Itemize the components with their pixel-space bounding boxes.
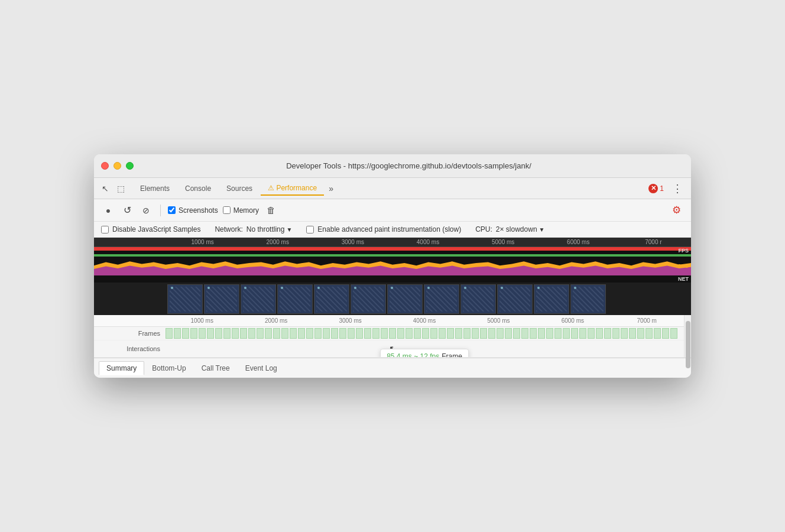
tab-bar-right: ✕ 1 ⋮ xyxy=(648,181,686,196)
settings-button[interactable]: ⚙ xyxy=(669,203,684,218)
tab-summary[interactable]: Summary xyxy=(99,361,144,375)
tab-bar-icons: ↖ ⬚ xyxy=(99,182,127,195)
frame-cell xyxy=(505,328,512,339)
network-arrow-icon: ▼ xyxy=(286,226,292,233)
main-ruler-7: 7000 m xyxy=(610,316,684,325)
maximize-button[interactable] xyxy=(126,162,134,170)
cpu-throttling-select[interactable]: CPU: 2× slowdown ▼ xyxy=(475,225,544,233)
main-ruler-5: 5000 ms xyxy=(462,316,536,325)
frame-cell xyxy=(182,328,189,339)
frame-cell xyxy=(670,328,677,339)
frame-cell xyxy=(306,328,313,339)
disable-js-samples-option[interactable]: Disable JavaScript Samples xyxy=(101,225,200,233)
network-throttling-select[interactable]: Network: No throttling ▼ xyxy=(215,225,292,233)
frame-cell xyxy=(174,328,181,339)
error-count: 1 xyxy=(660,184,664,193)
inspect-icon[interactable]: ⬚ xyxy=(114,182,127,195)
frame-cell xyxy=(546,328,553,339)
frame-cell xyxy=(389,328,396,339)
frame-cell xyxy=(497,328,504,339)
frame-cell xyxy=(571,328,578,339)
clear-button[interactable]: ⊘ xyxy=(139,203,153,218)
tab-console[interactable]: Console xyxy=(178,182,218,195)
frame-cell xyxy=(447,328,454,339)
screenshots-label: Screenshots xyxy=(179,206,218,215)
minimize-button[interactable] xyxy=(113,162,121,170)
network-value[interactable]: No throttling ▼ xyxy=(246,225,293,233)
frame-cell xyxy=(290,328,297,339)
scrollbar-track[interactable] xyxy=(684,315,691,358)
frame-cell xyxy=(554,328,562,339)
frame-cell xyxy=(654,328,661,339)
tooltip-label: Frame xyxy=(442,352,462,357)
frame-cell xyxy=(381,328,388,339)
trash-button[interactable]: 🗑 xyxy=(264,203,278,218)
frame-cell xyxy=(563,328,570,339)
frame-cell xyxy=(215,328,222,339)
frames-label: Frames xyxy=(94,330,165,337)
kebab-menu[interactable]: ⋮ xyxy=(669,181,686,196)
frame-cell xyxy=(521,328,528,339)
cursor-icon: ↖ xyxy=(389,343,397,355)
tab-event-log[interactable]: Event Log xyxy=(238,361,285,375)
scrollbar-thumb[interactable] xyxy=(686,321,690,368)
memory-checkbox-input[interactable] xyxy=(223,206,231,214)
frame-cell xyxy=(331,328,338,339)
fps-label: FPS xyxy=(678,248,689,254)
tab-call-tree[interactable]: Call Tree xyxy=(194,361,238,375)
tab-performance[interactable]: ⚠ ⚠ Performance Performance xyxy=(261,181,324,196)
interactions-track: Interactions ↖ 85.4 ms ~ 12 fps Frame xyxy=(94,340,684,358)
frame-cell xyxy=(166,328,173,339)
separator xyxy=(160,205,161,216)
interactions-content[interactable]: ↖ 85.4 ms ~ 12 fps Frame xyxy=(165,340,684,357)
advanced-paint-checkbox[interactable] xyxy=(306,226,314,233)
network-label: Network: xyxy=(215,225,242,233)
tab-bottom-up[interactable]: Bottom-Up xyxy=(144,361,193,375)
frame-cell xyxy=(604,328,611,339)
frame-cell xyxy=(662,328,669,339)
frame-cell xyxy=(422,328,429,339)
ruler-tick-5: 5000 ms xyxy=(466,239,541,245)
fps-row: FPS xyxy=(94,247,691,257)
error-icon: ✕ xyxy=(648,184,658,193)
screenshot-thumb xyxy=(351,284,386,314)
screenshot-thumb xyxy=(314,284,349,314)
frame-cell xyxy=(488,328,495,339)
tab-sources[interactable]: Sources xyxy=(219,182,259,195)
close-button[interactable] xyxy=(101,162,109,170)
frame-cell xyxy=(298,328,305,339)
tab-more[interactable]: » xyxy=(325,181,337,196)
frame-cell xyxy=(364,328,371,339)
record-button[interactable]: ● xyxy=(101,203,115,218)
screenshots-checkbox[interactable]: Screenshots xyxy=(168,206,218,215)
tab-elements[interactable]: Elements xyxy=(133,182,177,195)
main-ruler-1: 1000 ms xyxy=(165,316,239,325)
frames-content[interactable] xyxy=(165,327,684,340)
advanced-paint-option[interactable]: Enable advanced paint instrumentation (s… xyxy=(306,225,461,233)
memory-checkbox[interactable]: Memory xyxy=(223,206,259,215)
screenshots-row xyxy=(94,283,691,315)
timeline-overview[interactable]: 1000 ms 2000 ms 3000 ms 4000 ms 5000 ms … xyxy=(94,238,691,315)
reload-record-button[interactable]: ↺ xyxy=(120,203,134,218)
screenshot-thumb xyxy=(534,284,569,314)
memory-label: Memory xyxy=(233,206,259,215)
screenshots-checkbox-input[interactable] xyxy=(168,206,176,214)
frame-cell xyxy=(463,328,471,339)
disable-js-samples-checkbox[interactable] xyxy=(101,226,109,233)
frame-cell xyxy=(414,328,421,339)
frame-cell xyxy=(621,328,628,339)
cpu-value[interactable]: 2× slowdown ▼ xyxy=(496,225,545,233)
frame-cell xyxy=(265,328,272,339)
ruler-tick-3: 3000 ms xyxy=(315,239,390,245)
frame-cell xyxy=(207,328,214,339)
pointer-icon[interactable]: ↖ xyxy=(99,182,112,195)
frame-cell xyxy=(199,328,206,339)
main-ruler: 1000 ms 2000 ms 3000 ms 4000 ms 5000 ms … xyxy=(94,315,684,327)
main-ruler-6: 6000 ms xyxy=(536,316,609,325)
frame-cell xyxy=(356,328,363,339)
frame-cell xyxy=(323,328,330,339)
screenshot-thumb xyxy=(204,284,239,314)
frame-cell xyxy=(314,328,322,339)
frames-container xyxy=(165,327,684,340)
title-bar: Developer Tools - https://googlechrome.g… xyxy=(94,154,691,178)
